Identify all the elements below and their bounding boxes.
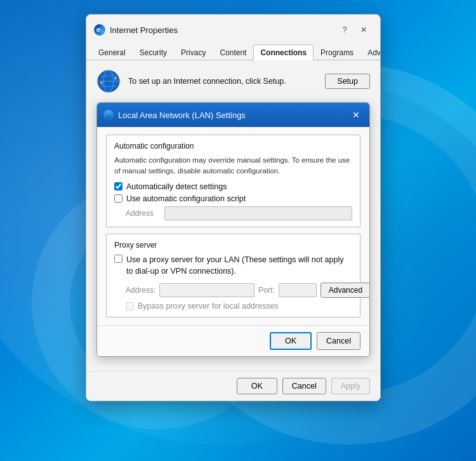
auto-address-row: Address (114, 206, 352, 220)
outer-apply-button[interactable]: Apply (331, 378, 370, 394)
lan-titlebar: Local Area Network (LAN) Settings ✕ (97, 103, 369, 127)
auto-config-section: Automatic configuration Automatic config… (106, 135, 360, 227)
tab-privacy[interactable]: Privacy (174, 44, 213, 60)
auto-detect-checkbox[interactable] (114, 182, 122, 190)
bypass-proxy-label: Bypass proxy server for local addresses (138, 302, 279, 311)
lan-title: Local Area Network (LAN) Settings (118, 110, 246, 120)
tab-connections[interactable]: Connections (253, 44, 314, 60)
lan-ok-button[interactable]: OK (270, 332, 312, 350)
proxy-fields-row: Address: Port: Advanced (114, 283, 352, 298)
auto-script-row: Use automatic configuration script (114, 194, 352, 203)
lan-cancel-button[interactable]: Cancel (317, 332, 360, 350)
tab-advanced[interactable]: Advanced (360, 44, 381, 60)
auto-detect-label[interactable]: Automatically detect settings (126, 182, 227, 191)
proxy-port-label: Port: (258, 286, 274, 295)
setup-row: To set up an Internet connection, click … (96, 69, 370, 93)
auto-config-label: Automatic configuration (114, 142, 352, 150)
outer-ok-button[interactable]: OK (237, 378, 277, 394)
proxy-port-input[interactable] (279, 283, 317, 297)
auto-config-desc: Automatic configuration may override man… (114, 155, 352, 177)
auto-detect-row: Automatically detect settings (114, 182, 352, 191)
setup-button[interactable]: Setup (325, 74, 370, 89)
auto-address-label: Address (126, 209, 161, 218)
title-left: Internet Properties (94, 24, 178, 36)
lan-close-button[interactable]: ✕ (349, 108, 363, 122)
lan-dialog: Local Area Network (LAN) Settings ✕ Auto… (96, 102, 370, 357)
proxy-address-input[interactable] (159, 283, 255, 297)
lan-body: Automatic configuration Automatic config… (97, 127, 369, 325)
tab-programs[interactable]: Programs (314, 44, 360, 60)
proxy-section: Proxy server Use a proxy server for your… (106, 234, 360, 318)
outer-footer: OK Cancel Apply (86, 371, 380, 401)
dialog-close-button[interactable]: ✕ (355, 21, 373, 39)
internet-properties-dialog: Internet Properties ? ✕ General Security… (86, 14, 381, 401)
dialog-body: To set up an Internet connection, click … (86, 60, 380, 366)
auto-address-input[interactable] (164, 206, 352, 220)
lan-icon (103, 110, 114, 120)
bypass-row: Bypass proxy server for local addresses (114, 302, 352, 311)
help-button[interactable]: ? (336, 21, 354, 39)
proxy-address-label: Address: (126, 286, 155, 295)
ie-icon (94, 24, 105, 36)
dialog-title: Internet Properties (110, 25, 178, 35)
lan-title-left: Local Area Network (LAN) Settings (103, 110, 246, 120)
tab-content[interactable]: Content (213, 44, 253, 60)
tab-security[interactable]: Security (133, 44, 174, 60)
dialog-controls: ? ✕ (336, 21, 373, 39)
proxy-section-label: Proxy server (114, 241, 352, 250)
setup-text: To set up an Internet connection, click … (128, 77, 317, 86)
outer-cancel-button[interactable]: Cancel (282, 378, 326, 394)
auto-script-label[interactable]: Use automatic configuration script (126, 194, 246, 203)
use-proxy-label[interactable]: Use a proxy server for your LAN (These s… (126, 254, 352, 278)
proxy-advanced-button[interactable]: Advanced (321, 283, 370, 298)
auto-script-checkbox[interactable] (114, 194, 122, 203)
lan-footer: OK Cancel (97, 325, 369, 356)
bypass-proxy-checkbox[interactable] (126, 302, 134, 311)
use-proxy-checkbox[interactable] (114, 255, 122, 263)
tab-general[interactable]: General (91, 44, 133, 60)
use-proxy-row: Use a proxy server for your LAN (These s… (114, 254, 352, 278)
dialog-titlebar: Internet Properties ? ✕ (86, 15, 380, 39)
globe-icon (96, 69, 121, 93)
tabs-bar: General Security Privacy Content Connect… (86, 40, 380, 60)
